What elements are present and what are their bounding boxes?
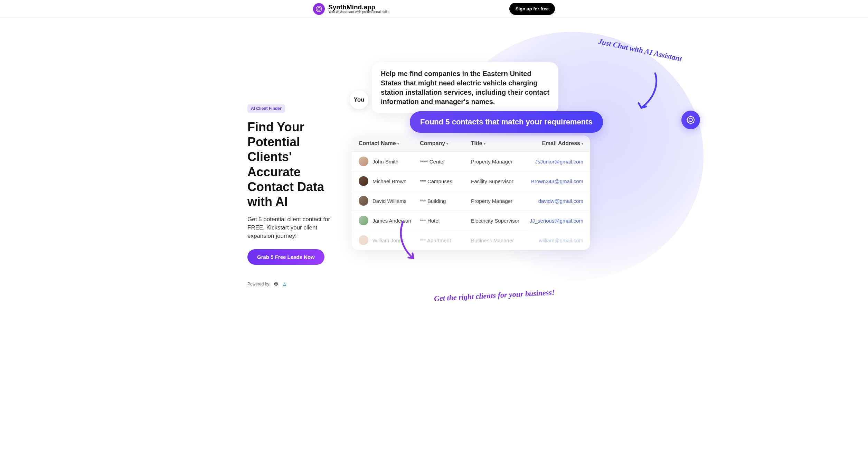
avatar <box>359 176 368 186</box>
avatar <box>359 157 368 166</box>
contact-title: Facility Supervisor <box>471 178 522 184</box>
powered-by: Powered by: <box>247 281 337 287</box>
contact-company: *** Apartment <box>420 237 471 243</box>
contact-email: Brown343@gmail.com <box>522 178 583 184</box>
contacts-table: Contact Name▾ Company▾ Title▾ Email Addr… <box>352 135 590 250</box>
contact-name: David Williams <box>372 198 406 204</box>
powered-label: Powered by: <box>247 282 271 287</box>
chevron-down-icon: ▾ <box>484 142 485 146</box>
avatar <box>359 235 368 245</box>
brand-tagline: Your AI Assistant with professional skil… <box>328 10 389 14</box>
hero-headline: Find Your Potential Clients' Accurate Co… <box>247 120 337 209</box>
cta-button[interactable]: Grab 5 Free Leads Now <box>247 249 324 265</box>
contact-title: Property Manager <box>471 159 522 165</box>
column-header-name[interactable]: Contact Name▾ <box>359 140 420 147</box>
hero-subhead: Get 5 potential client contact for FREE,… <box>247 215 337 240</box>
chevron-down-icon: ▾ <box>446 142 448 146</box>
you-avatar: You <box>350 91 368 109</box>
table-row[interactable]: William Jones *** Apartment Business Man… <box>352 230 590 250</box>
contact-company: *** Hotel <box>420 218 471 224</box>
svg-point-2 <box>689 118 692 122</box>
arrow-top-icon <box>634 70 662 115</box>
contact-email: JsJunior@gmail.com <box>522 159 583 165</box>
ai-avatar-icon <box>681 111 700 129</box>
contact-company: **** Center <box>420 159 471 165</box>
openai-icon <box>273 281 279 287</box>
contact-title: Electricity Supervisor <box>471 218 522 224</box>
table-row[interactable]: David Williams *** Building Property Man… <box>352 191 590 210</box>
chat-user-bubble: Help me find companies in the Eastern Un… <box>372 62 558 113</box>
brand-logo-icon <box>313 3 325 15</box>
chevron-down-icon: ▾ <box>582 142 583 146</box>
contact-email: davidw@gmail.com <box>522 198 583 204</box>
contact-email: wllliam@gmail.com <box>522 237 583 243</box>
contacts-header-row: Contact Name▾ Company▾ Title▾ Email Addr… <box>352 135 590 151</box>
annotation-bottom: Get the right clients for your business! <box>434 288 555 300</box>
arrow-bottom-icon <box>396 218 420 263</box>
column-header-email[interactable]: Email Address▾ <box>522 140 583 147</box>
table-row[interactable]: James Anderson *** Hotel Electricity Sup… <box>352 210 590 230</box>
chat-ai-bubble: Found 5 contacts that match your require… <box>410 111 603 133</box>
table-row[interactable]: John Smith **** Center Property Manager … <box>352 151 590 171</box>
hero-right: Just Chat with AI Assistant Help me find… <box>351 35 690 287</box>
contact-name: Michael Brown <box>372 178 406 184</box>
signup-button[interactable]: Sign up for free <box>509 3 555 15</box>
contact-title: Property Manager <box>471 198 522 204</box>
header: SynthMind.app Your AI Assistant with pro… <box>0 0 868 18</box>
contact-company: *** Campuses <box>420 178 471 184</box>
chevron-down-icon: ▾ <box>397 142 399 146</box>
hero-left: AI Client Finder Find Your Potential Cli… <box>178 35 337 287</box>
hero-badge: AI Client Finder <box>247 104 285 113</box>
avatar <box>359 196 368 206</box>
column-header-company[interactable]: Company▾ <box>420 140 471 147</box>
avatar <box>359 216 368 225</box>
contact-company: *** Building <box>420 198 471 204</box>
brand-name: SynthMind.app <box>328 4 389 10</box>
column-header-title[interactable]: Title▾ <box>471 140 522 147</box>
brand-logo[interactable]: SynthMind.app Your AI Assistant with pro… <box>313 3 389 15</box>
table-row[interactable]: Michael Brown *** Campuses Facility Supe… <box>352 171 590 191</box>
azure-icon <box>282 281 287 287</box>
contact-name: John Smith <box>372 159 398 165</box>
contact-title: Business Manager <box>471 237 522 243</box>
contact-email: JJ_serious@gmail.com <box>522 218 583 224</box>
